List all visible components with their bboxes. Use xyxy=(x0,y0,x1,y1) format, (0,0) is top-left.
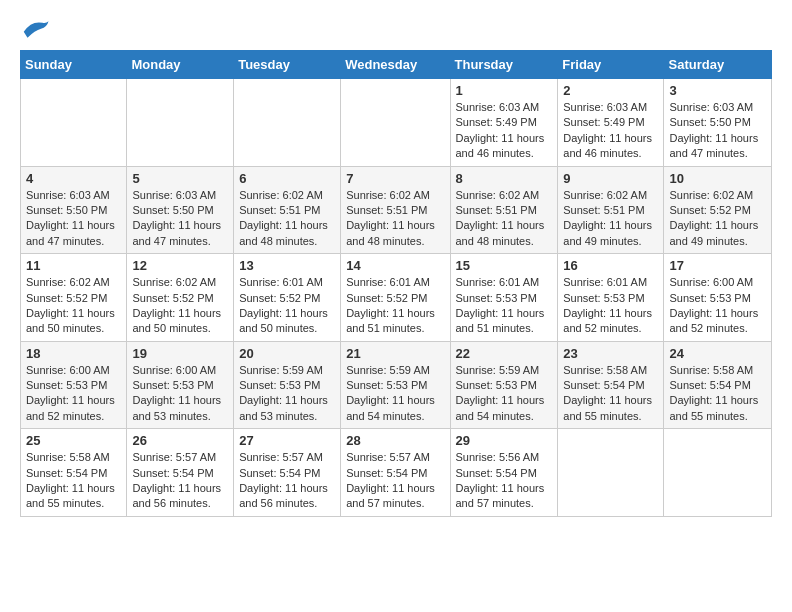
calendar-week-row: 11Sunrise: 6:02 AM Sunset: 5:52 PM Dayli… xyxy=(21,254,772,342)
weekday-header-thursday: Thursday xyxy=(450,51,558,79)
day-number: 15 xyxy=(456,258,553,273)
calendar-table: SundayMondayTuesdayWednesdayThursdayFrid… xyxy=(20,50,772,517)
day-info: Sunrise: 6:01 AM Sunset: 5:53 PM Dayligh… xyxy=(456,275,553,337)
day-info: Sunrise: 6:02 AM Sunset: 5:52 PM Dayligh… xyxy=(669,188,766,250)
day-info: Sunrise: 6:00 AM Sunset: 5:53 PM Dayligh… xyxy=(26,363,121,425)
day-number: 18 xyxy=(26,346,121,361)
day-number: 5 xyxy=(132,171,228,186)
day-info: Sunrise: 5:58 AM Sunset: 5:54 PM Dayligh… xyxy=(26,450,121,512)
calendar-cell: 17Sunrise: 6:00 AM Sunset: 5:53 PM Dayli… xyxy=(664,254,772,342)
calendar-cell xyxy=(664,429,772,517)
calendar-cell: 18Sunrise: 6:00 AM Sunset: 5:53 PM Dayli… xyxy=(21,341,127,429)
day-number: 7 xyxy=(346,171,444,186)
day-number: 24 xyxy=(669,346,766,361)
calendar-cell: 23Sunrise: 5:58 AM Sunset: 5:54 PM Dayli… xyxy=(558,341,664,429)
calendar-cell: 5Sunrise: 6:03 AM Sunset: 5:50 PM Daylig… xyxy=(127,166,234,254)
day-info: Sunrise: 5:59 AM Sunset: 5:53 PM Dayligh… xyxy=(239,363,335,425)
weekday-header-wednesday: Wednesday xyxy=(341,51,450,79)
weekday-header-sunday: Sunday xyxy=(21,51,127,79)
day-info: Sunrise: 6:03 AM Sunset: 5:49 PM Dayligh… xyxy=(563,100,658,162)
calendar-cell: 15Sunrise: 6:01 AM Sunset: 5:53 PM Dayli… xyxy=(450,254,558,342)
calendar-cell: 29Sunrise: 5:56 AM Sunset: 5:54 PM Dayli… xyxy=(450,429,558,517)
day-info: Sunrise: 5:58 AM Sunset: 5:54 PM Dayligh… xyxy=(563,363,658,425)
calendar-body: 1Sunrise: 6:03 AM Sunset: 5:49 PM Daylig… xyxy=(21,79,772,517)
day-number: 22 xyxy=(456,346,553,361)
day-info: Sunrise: 5:57 AM Sunset: 5:54 PM Dayligh… xyxy=(239,450,335,512)
calendar-cell: 3Sunrise: 6:03 AM Sunset: 5:50 PM Daylig… xyxy=(664,79,772,167)
calendar-cell: 9Sunrise: 6:02 AM Sunset: 5:51 PM Daylig… xyxy=(558,166,664,254)
day-info: Sunrise: 6:02 AM Sunset: 5:51 PM Dayligh… xyxy=(563,188,658,250)
calendar-cell: 26Sunrise: 5:57 AM Sunset: 5:54 PM Dayli… xyxy=(127,429,234,517)
calendar-header-row: SundayMondayTuesdayWednesdayThursdayFrid… xyxy=(21,51,772,79)
day-number: 1 xyxy=(456,83,553,98)
day-number: 2 xyxy=(563,83,658,98)
calendar-cell: 20Sunrise: 5:59 AM Sunset: 5:53 PM Dayli… xyxy=(234,341,341,429)
day-info: Sunrise: 5:59 AM Sunset: 5:53 PM Dayligh… xyxy=(456,363,553,425)
day-number: 21 xyxy=(346,346,444,361)
day-number: 13 xyxy=(239,258,335,273)
day-info: Sunrise: 5:57 AM Sunset: 5:54 PM Dayligh… xyxy=(346,450,444,512)
day-number: 17 xyxy=(669,258,766,273)
day-number: 3 xyxy=(669,83,766,98)
day-number: 23 xyxy=(563,346,658,361)
day-info: Sunrise: 5:57 AM Sunset: 5:54 PM Dayligh… xyxy=(132,450,228,512)
weekday-header-friday: Friday xyxy=(558,51,664,79)
calendar-cell: 28Sunrise: 5:57 AM Sunset: 5:54 PM Dayli… xyxy=(341,429,450,517)
day-number: 19 xyxy=(132,346,228,361)
calendar-week-row: 4Sunrise: 6:03 AM Sunset: 5:50 PM Daylig… xyxy=(21,166,772,254)
day-number: 29 xyxy=(456,433,553,448)
day-info: Sunrise: 5:59 AM Sunset: 5:53 PM Dayligh… xyxy=(346,363,444,425)
day-info: Sunrise: 6:01 AM Sunset: 5:52 PM Dayligh… xyxy=(346,275,444,337)
day-number: 8 xyxy=(456,171,553,186)
calendar-cell: 8Sunrise: 6:02 AM Sunset: 5:51 PM Daylig… xyxy=(450,166,558,254)
calendar-cell: 4Sunrise: 6:03 AM Sunset: 5:50 PM Daylig… xyxy=(21,166,127,254)
calendar-cell: 27Sunrise: 5:57 AM Sunset: 5:54 PM Dayli… xyxy=(234,429,341,517)
day-number: 4 xyxy=(26,171,121,186)
calendar-cell: 2Sunrise: 6:03 AM Sunset: 5:49 PM Daylig… xyxy=(558,79,664,167)
day-info: Sunrise: 5:56 AM Sunset: 5:54 PM Dayligh… xyxy=(456,450,553,512)
logo-bird-icon xyxy=(20,16,50,40)
calendar-cell: 16Sunrise: 6:01 AM Sunset: 5:53 PM Dayli… xyxy=(558,254,664,342)
calendar-cell: 10Sunrise: 6:02 AM Sunset: 5:52 PM Dayli… xyxy=(664,166,772,254)
calendar-cell: 1Sunrise: 6:03 AM Sunset: 5:49 PM Daylig… xyxy=(450,79,558,167)
calendar-cell xyxy=(127,79,234,167)
day-info: Sunrise: 6:03 AM Sunset: 5:49 PM Dayligh… xyxy=(456,100,553,162)
day-info: Sunrise: 6:02 AM Sunset: 5:52 PM Dayligh… xyxy=(26,275,121,337)
calendar-cell: 13Sunrise: 6:01 AM Sunset: 5:52 PM Dayli… xyxy=(234,254,341,342)
day-number: 27 xyxy=(239,433,335,448)
calendar-cell: 11Sunrise: 6:02 AM Sunset: 5:52 PM Dayli… xyxy=(21,254,127,342)
day-info: Sunrise: 6:03 AM Sunset: 5:50 PM Dayligh… xyxy=(26,188,121,250)
day-number: 6 xyxy=(239,171,335,186)
calendar-cell: 14Sunrise: 6:01 AM Sunset: 5:52 PM Dayli… xyxy=(341,254,450,342)
day-number: 10 xyxy=(669,171,766,186)
day-info: Sunrise: 6:02 AM Sunset: 5:51 PM Dayligh… xyxy=(346,188,444,250)
day-number: 25 xyxy=(26,433,121,448)
calendar-cell xyxy=(234,79,341,167)
day-info: Sunrise: 5:58 AM Sunset: 5:54 PM Dayligh… xyxy=(669,363,766,425)
calendar-cell xyxy=(341,79,450,167)
calendar-cell xyxy=(21,79,127,167)
day-info: Sunrise: 6:02 AM Sunset: 5:51 PM Dayligh… xyxy=(239,188,335,250)
day-number: 11 xyxy=(26,258,121,273)
weekday-header-tuesday: Tuesday xyxy=(234,51,341,79)
calendar-cell xyxy=(558,429,664,517)
calendar-cell: 12Sunrise: 6:02 AM Sunset: 5:52 PM Dayli… xyxy=(127,254,234,342)
calendar-cell: 22Sunrise: 5:59 AM Sunset: 5:53 PM Dayli… xyxy=(450,341,558,429)
calendar-cell: 7Sunrise: 6:02 AM Sunset: 5:51 PM Daylig… xyxy=(341,166,450,254)
weekday-header-saturday: Saturday xyxy=(664,51,772,79)
weekday-header-monday: Monday xyxy=(127,51,234,79)
day-number: 12 xyxy=(132,258,228,273)
calendar-week-row: 1Sunrise: 6:03 AM Sunset: 5:49 PM Daylig… xyxy=(21,79,772,167)
calendar-cell: 25Sunrise: 5:58 AM Sunset: 5:54 PM Dayli… xyxy=(21,429,127,517)
day-number: 26 xyxy=(132,433,228,448)
day-number: 28 xyxy=(346,433,444,448)
calendar-cell: 21Sunrise: 5:59 AM Sunset: 5:53 PM Dayli… xyxy=(341,341,450,429)
calendar-week-row: 18Sunrise: 6:00 AM Sunset: 5:53 PM Dayli… xyxy=(21,341,772,429)
calendar-cell: 24Sunrise: 5:58 AM Sunset: 5:54 PM Dayli… xyxy=(664,341,772,429)
calendar-cell: 19Sunrise: 6:00 AM Sunset: 5:53 PM Dayli… xyxy=(127,341,234,429)
calendar-week-row: 25Sunrise: 5:58 AM Sunset: 5:54 PM Dayli… xyxy=(21,429,772,517)
day-number: 20 xyxy=(239,346,335,361)
page-header xyxy=(20,16,772,40)
day-info: Sunrise: 6:03 AM Sunset: 5:50 PM Dayligh… xyxy=(132,188,228,250)
calendar-cell: 6Sunrise: 6:02 AM Sunset: 5:51 PM Daylig… xyxy=(234,166,341,254)
